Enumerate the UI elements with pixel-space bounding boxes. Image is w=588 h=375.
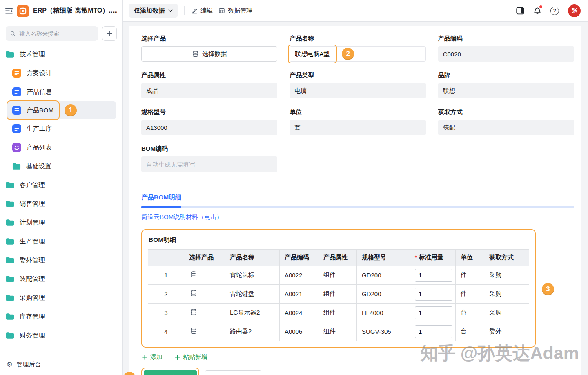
avatar[interactable]: 张 xyxy=(568,4,581,17)
data-management-button[interactable]: 数据管理 xyxy=(218,7,252,15)
qty-input[interactable] xyxy=(415,269,452,282)
folder-icon xyxy=(6,51,14,58)
row-select-product[interactable] xyxy=(184,266,225,285)
tab-bom-detail[interactable]: 产品BOM明细 xyxy=(141,193,181,202)
sidebar-item-inventory-mgmt[interactable]: 库存管理 xyxy=(0,307,122,326)
product-name-input[interactable] xyxy=(290,46,425,62)
form-actions: 4 提交 保存草稿 xyxy=(141,368,573,375)
bom-detail-section: 产品BOM明细 简道云BOM说明材料（点击） xyxy=(141,193,574,221)
qty-input[interactable] xyxy=(415,306,452,319)
annotation-badge-1: 1 xyxy=(65,104,77,116)
table-row: 1 雷蛇鼠标 A0022 组件 GD200 件 采购 xyxy=(148,266,529,285)
sidebar-item-production-process[interactable]: 生产工序 xyxy=(0,119,122,138)
gear-icon: ⚙ xyxy=(7,361,13,368)
folder-icon xyxy=(6,219,14,226)
unit-input[interactable] xyxy=(290,120,425,135)
add-form-button[interactable] xyxy=(102,26,117,41)
cell-spec: GD200 xyxy=(357,266,410,285)
plus-icon xyxy=(142,355,147,360)
sidebar-item-finance-mgmt[interactable]: 财务管理 xyxy=(0,326,122,345)
row-select-product[interactable] xyxy=(184,285,225,304)
sidebar-item-sales-mgmt[interactable]: 销售管理 xyxy=(0,194,122,213)
row-number: 3 xyxy=(148,304,184,322)
field-label: 产品类型 xyxy=(290,71,425,79)
toolbar-divider xyxy=(184,6,185,15)
sidebar-item-tech-mgmt[interactable]: 技术管理 xyxy=(0,45,122,64)
search-box[interactable] xyxy=(6,26,98,41)
field-label: 产品属性 xyxy=(141,71,277,79)
paste-add-button[interactable]: 粘贴新增 xyxy=(175,353,207,361)
edit-button[interactable]: 编辑 xyxy=(191,7,213,15)
data-grid-icon xyxy=(218,7,225,14)
save-draft-button[interactable]: 保存草稿 xyxy=(205,370,261,375)
admin-backend-link[interactable]: ⚙ 管理后台 xyxy=(0,354,122,375)
field-select-product: 选择产品 选择数据 xyxy=(141,35,277,62)
panel-toggle-icon[interactable] xyxy=(516,7,524,15)
sidebar-item-assembly-mgmt[interactable]: 装配管理 xyxy=(0,270,122,288)
required-mark: * xyxy=(415,254,417,261)
col-select-product: 选择产品 xyxy=(184,250,225,266)
sidebar-item-product-list[interactable]: 产品列表 xyxy=(0,138,122,157)
submit-button[interactable]: 提交 xyxy=(144,370,197,375)
bom-table: 选择产品 产品名称 产品编码 产品属性 规格型号 *标准用量 单位 获取方式 xyxy=(148,249,529,341)
notifications-bell-icon[interactable] xyxy=(533,7,541,15)
tab-indicator xyxy=(141,206,181,208)
mode-dropdown[interactable]: 仅添加数据 xyxy=(129,4,178,18)
table-row: 2 雷蛇键盘 A0021 组件 GD200 件 采购 xyxy=(148,285,529,304)
sidebar-item-outsourcing-mgmt[interactable]: 委外管理 xyxy=(0,251,122,270)
qty-input[interactable] xyxy=(415,288,452,301)
cell-unit: 件 xyxy=(456,266,484,285)
bom-doc-link[interactable]: 简道云BOM说明材料（点击） xyxy=(141,213,223,221)
sidebar-menu: 技术管理 方案设计 产品信息 产品BOM 1 生产工序 xyxy=(0,44,122,354)
product-code-input[interactable] xyxy=(438,46,574,62)
field-label: 获取方式 xyxy=(438,108,574,116)
annotation-badge-4: 4 xyxy=(123,372,136,375)
field-bom-code: BOM编码 xyxy=(141,145,277,172)
collapse-menu-icon[interactable] xyxy=(5,8,13,14)
cell-product-code: A0006 xyxy=(280,322,318,341)
sidebar-item-customer-mgmt[interactable]: 客户管理 xyxy=(0,176,122,194)
cell-method: 采购 xyxy=(484,285,529,304)
tab-scroll-track[interactable] xyxy=(141,206,574,208)
spec-input[interactable] xyxy=(141,120,277,135)
row-select-product[interactable] xyxy=(184,322,225,341)
plus-icon xyxy=(175,355,180,360)
bom-code-input[interactable] xyxy=(141,156,277,172)
annotation-badge-2: 2 xyxy=(342,48,354,60)
cell-qty xyxy=(410,304,456,322)
brand-input[interactable] xyxy=(438,83,574,98)
search-input[interactable] xyxy=(19,30,94,37)
folder-icon xyxy=(6,181,14,189)
add-row-button[interactable]: 添加 xyxy=(142,353,163,361)
sidebar-item-basic-settings[interactable]: 基础设置 xyxy=(0,157,122,176)
folder-icon xyxy=(6,275,14,283)
sidebar-item-product-bom[interactable]: 产品BOM 1 xyxy=(7,101,116,119)
cell-product-code: A0021 xyxy=(280,285,318,304)
sidebar-header: ERP（精细版-离散MTO）...... xyxy=(0,0,122,22)
product-type-input[interactable] xyxy=(290,83,425,98)
cell-method: 采购 xyxy=(484,266,529,285)
col-method: 获取方式 xyxy=(484,250,529,266)
product-attr-input[interactable] xyxy=(141,83,277,98)
cell-product-attr: 组件 xyxy=(318,304,357,322)
cell-product-name: 雷蛇鼠标 xyxy=(225,266,280,285)
folder-icon xyxy=(6,257,14,264)
row-select-product[interactable] xyxy=(184,304,225,322)
help-icon[interactable]: ? xyxy=(550,7,559,15)
table-actions: 添加 粘贴新增 xyxy=(142,353,573,361)
app-title: ERP（精细版-离散MTO）...... xyxy=(33,7,117,15)
field-label: 品牌 xyxy=(438,71,574,79)
sidebar-item-scheme-design[interactable]: 方案设计 xyxy=(0,64,122,83)
select-data-button[interactable]: 选择数据 xyxy=(141,46,277,62)
cell-qty xyxy=(410,266,456,285)
form-icon xyxy=(12,69,21,78)
sidebar-item-procurement-mgmt[interactable]: 采购管理 xyxy=(0,288,122,307)
sidebar-item-product-info[interactable]: 产品信息 xyxy=(0,83,122,101)
acquire-method-input[interactable] xyxy=(438,120,574,135)
plus-icon xyxy=(107,31,112,36)
sidebar-item-production-mgmt[interactable]: 生产管理 xyxy=(0,232,122,251)
sidebar-item-planning-mgmt[interactable]: 计划管理 xyxy=(0,213,122,232)
app-window: ERP（精细版-离散MTO）...... 技术管理 方案 xyxy=(0,0,588,375)
qty-input[interactable] xyxy=(415,325,452,338)
field-label: 产品编码 xyxy=(438,35,574,42)
